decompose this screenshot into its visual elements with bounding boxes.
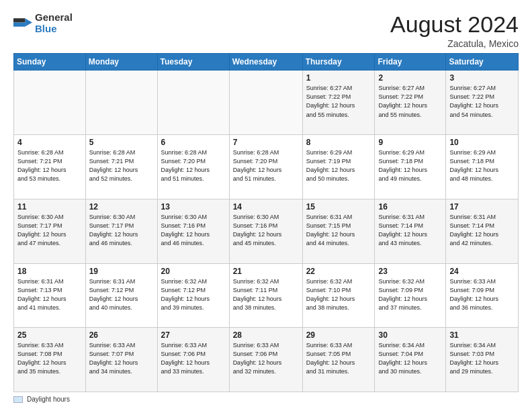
day-number: 2 [378,73,442,83]
calendar-cell: 5Sunrise: 6:28 AM Sunset: 7:21 PM Daylig… [85,135,157,199]
calendar-cell: 16Sunrise: 6:31 AM Sunset: 7:14 PM Dayli… [375,199,446,263]
day-info: Sunrise: 6:33 AM Sunset: 7:09 PM Dayligh… [449,278,498,311]
day-number: 19 [89,267,154,276]
day-number: 12 [89,202,154,212]
day-info: Sunrise: 6:33 AM Sunset: 7:07 PM Dayligh… [89,342,138,375]
calendar-cell [85,71,157,135]
day-info: Sunrise: 6:28 AM Sunset: 7:21 PM Dayligh… [89,149,138,182]
day-info: Sunrise: 6:33 AM Sunset: 7:08 PM Dayligh… [17,342,66,375]
day-info: Sunrise: 6:31 AM Sunset: 7:15 PM Dayligh… [306,214,355,246]
week-row-2: 11Sunrise: 6:30 AM Sunset: 7:17 PM Dayli… [14,199,519,263]
day-info: Sunrise: 6:34 AM Sunset: 7:03 PM Dayligh… [449,342,498,375]
calendar-cell: 28Sunrise: 6:33 AM Sunset: 7:06 PM Dayli… [229,328,302,392]
day-number: 25 [17,330,82,340]
day-info: Sunrise: 6:28 AM Sunset: 7:20 PM Dayligh… [233,149,282,182]
day-number: 14 [233,202,299,212]
day-number: 16 [378,202,442,212]
header-friday: Friday [375,54,446,71]
calendar-cell: 30Sunrise: 6:34 AM Sunset: 7:04 PM Dayli… [375,328,446,392]
day-number: 5 [89,138,154,147]
day-info: Sunrise: 6:27 AM Sunset: 7:22 PM Dayligh… [306,85,355,118]
calendar-cell: 3Sunrise: 6:27 AM Sunset: 7:22 PM Daylig… [446,71,519,135]
page: General Blue August 2024 Zacatula, Mexic… [0,0,532,411]
day-info: Sunrise: 6:28 AM Sunset: 7:20 PM Dayligh… [161,149,210,182]
day-info: Sunrise: 6:29 AM Sunset: 7:19 PM Dayligh… [306,149,355,182]
day-number: 28 [233,330,299,340]
calendar-cell: 26Sunrise: 6:33 AM Sunset: 7:07 PM Dayli… [85,328,157,392]
calendar-cell: 29Sunrise: 6:33 AM Sunset: 7:05 PM Dayli… [302,328,375,392]
calendar-cell: 13Sunrise: 6:30 AM Sunset: 7:16 PM Dayli… [157,199,229,263]
svg-rect-2 [13,18,25,22]
day-info: Sunrise: 6:31 AM Sunset: 7:13 PM Dayligh… [17,278,66,311]
calendar-cell: 10Sunrise: 6:29 AM Sunset: 7:18 PM Dayli… [446,135,519,199]
day-info: Sunrise: 6:27 AM Sunset: 7:22 PM Dayligh… [449,85,498,118]
calendar-cell: 12Sunrise: 6:30 AM Sunset: 7:17 PM Dayli… [85,199,157,263]
calendar-cell [229,71,302,135]
day-info: Sunrise: 6:32 AM Sunset: 7:12 PM Dayligh… [161,278,210,311]
calendar-cell: 8Sunrise: 6:29 AM Sunset: 7:19 PM Daylig… [302,135,375,199]
logo-blue: Blue [35,23,57,34]
week-row-1: 4Sunrise: 6:28 AM Sunset: 7:21 PM Daylig… [14,135,519,199]
calendar-cell: 9Sunrise: 6:29 AM Sunset: 7:18 PM Daylig… [375,135,446,199]
day-number: 10 [449,138,515,147]
day-info: Sunrise: 6:27 AM Sunset: 7:22 PM Dayligh… [378,85,427,118]
day-info: Sunrise: 6:31 AM Sunset: 7:14 PM Dayligh… [449,214,498,246]
calendar-cell: 18Sunrise: 6:31 AM Sunset: 7:13 PM Dayli… [14,263,86,328]
logo-icon [13,14,32,33]
day-info: Sunrise: 6:31 AM Sunset: 7:14 PM Dayligh… [378,214,427,246]
day-number: 21 [233,267,299,276]
calendar-cell: 19Sunrise: 6:31 AM Sunset: 7:12 PM Dayli… [85,263,157,328]
day-number: 31 [449,330,515,340]
calendar-cell: 6Sunrise: 6:28 AM Sunset: 7:20 PM Daylig… [157,135,229,199]
day-number: 26 [89,330,154,340]
calendar-cell: 7Sunrise: 6:28 AM Sunset: 7:20 PM Daylig… [229,135,302,199]
legend: Daylight hours [13,396,519,403]
header-wednesday: Wednesday [229,54,302,71]
week-row-4: 25Sunrise: 6:33 AM Sunset: 7:08 PM Dayli… [14,328,519,392]
day-info: Sunrise: 6:30 AM Sunset: 7:17 PM Dayligh… [17,214,66,246]
header-tuesday: Tuesday [157,54,229,71]
calendar-cell: 22Sunrise: 6:32 AM Sunset: 7:10 PM Dayli… [302,263,375,328]
svg-rect-3 [13,22,25,26]
day-number: 8 [306,138,371,147]
logo: General Blue [13,12,73,34]
calendar-cell [14,71,86,135]
day-number: 4 [17,138,82,147]
day-number: 11 [17,202,82,212]
day-number: 15 [306,202,371,212]
calendar: SundayMondayTuesdayWednesdayThursdayFrid… [13,53,519,392]
calendar-cell: 2Sunrise: 6:27 AM Sunset: 7:22 PM Daylig… [375,71,446,135]
day-number: 1 [306,73,371,83]
day-info: Sunrise: 6:32 AM Sunset: 7:10 PM Dayligh… [306,278,355,311]
calendar-cell: 14Sunrise: 6:30 AM Sunset: 7:16 PM Dayli… [229,199,302,263]
calendar-header-row: SundayMondayTuesdayWednesdayThursdayFrid… [14,54,519,71]
week-row-0: 1Sunrise: 6:27 AM Sunset: 7:22 PM Daylig… [14,71,519,135]
svg-marker-1 [25,18,32,26]
top-header: General Blue August 2024 Zacatula, Mexic… [13,12,519,49]
calendar-cell: 31Sunrise: 6:34 AM Sunset: 7:03 PM Dayli… [446,328,519,392]
calendar-cell: 1Sunrise: 6:27 AM Sunset: 7:22 PM Daylig… [302,71,375,135]
day-info: Sunrise: 6:31 AM Sunset: 7:12 PM Dayligh… [89,278,138,311]
day-number: 29 [306,330,371,340]
day-info: Sunrise: 6:30 AM Sunset: 7:16 PM Dayligh… [233,214,282,246]
day-number: 6 [161,138,226,147]
calendar-cell: 23Sunrise: 6:32 AM Sunset: 7:09 PM Dayli… [375,263,446,328]
day-info: Sunrise: 6:30 AM Sunset: 7:16 PM Dayligh… [161,214,210,246]
day-info: Sunrise: 6:32 AM Sunset: 7:09 PM Dayligh… [378,278,427,311]
title-block: August 2024 Zacatula, Mexico [390,12,519,49]
header-saturday: Saturday [446,54,519,71]
day-number: 7 [233,138,299,147]
day-number: 20 [161,267,226,276]
calendar-cell: 27Sunrise: 6:33 AM Sunset: 7:06 PM Dayli… [157,328,229,392]
day-number: 9 [378,138,442,147]
header-sunday: Sunday [14,54,86,71]
day-number: 18 [17,267,82,276]
calendar-cell: 11Sunrise: 6:30 AM Sunset: 7:17 PM Dayli… [14,199,86,263]
day-info: Sunrise: 6:29 AM Sunset: 7:18 PM Dayligh… [378,149,427,182]
logo-general: General [35,11,73,23]
calendar-cell: 24Sunrise: 6:33 AM Sunset: 7:09 PM Dayli… [446,263,519,328]
day-info: Sunrise: 6:33 AM Sunset: 7:05 PM Dayligh… [306,342,355,375]
month-year: August 2024 [390,12,519,37]
day-number: 13 [161,202,226,212]
day-number: 3 [449,73,515,83]
